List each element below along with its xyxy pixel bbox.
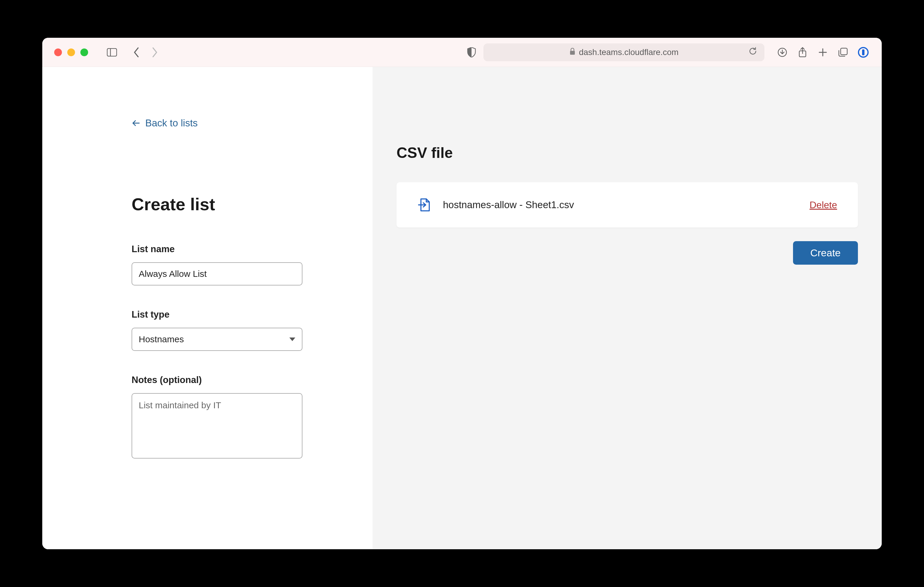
list-name-field: List name <box>132 244 302 286</box>
csv-section-title: CSV file <box>396 144 858 161</box>
url-bar[interactable]: dash.teams.cloudflare.com <box>483 43 764 61</box>
delete-file-link[interactable]: Delete <box>810 199 837 210</box>
downloads-button[interactable] <box>776 46 789 59</box>
back-to-lists-link[interactable]: Back to lists <box>132 117 198 129</box>
new-tab-button[interactable] <box>816 46 829 59</box>
list-name-label: List name <box>132 244 302 255</box>
svg-rect-9 <box>841 48 847 55</box>
file-card: hostnames-allow - Sheet1.csv Delete <box>396 182 858 227</box>
window-controls <box>54 48 88 56</box>
maximize-window-button[interactable] <box>80 48 88 56</box>
right-panel: CSV file hostnames-allow - Sheet1.csv De… <box>373 67 882 549</box>
notes-field: Notes (optional) <box>132 375 302 460</box>
notes-textarea[interactable] <box>132 393 302 459</box>
refresh-button[interactable] <box>748 47 757 58</box>
create-button[interactable]: Create <box>793 241 858 265</box>
nav-back-button[interactable] <box>130 46 143 59</box>
svg-rect-2 <box>570 51 575 55</box>
chevron-down-icon <box>289 337 295 341</box>
close-window-button[interactable] <box>54 48 62 56</box>
nav-forward-button[interactable] <box>148 46 161 59</box>
file-icon <box>417 198 432 212</box>
back-link-label: Back to lists <box>145 117 198 129</box>
url-text: dash.teams.cloudflare.com <box>579 48 679 57</box>
list-type-value: Hostnames <box>139 334 184 344</box>
list-type-select[interactable]: Hostnames <box>132 328 302 351</box>
onepassword-extension-icon[interactable] <box>857 46 870 59</box>
list-name-input[interactable] <box>132 262 302 286</box>
svg-rect-0 <box>107 48 117 56</box>
browser-window: dash.teams.cloudflare.com <box>42 38 882 549</box>
share-button[interactable] <box>796 46 809 59</box>
page-content: Back to lists Create list List name List… <box>42 67 882 549</box>
sidebar-toggle-button[interactable] <box>106 46 119 59</box>
list-type-field: List type Hostnames <box>132 309 302 351</box>
actions-row: Create <box>396 241 858 265</box>
tabs-overview-button[interactable] <box>837 46 850 59</box>
file-name: hostnames-allow - Sheet1.csv <box>443 199 799 210</box>
privacy-shield-icon[interactable] <box>465 46 478 59</box>
minimize-window-button[interactable] <box>67 48 75 56</box>
browser-titlebar: dash.teams.cloudflare.com <box>42 38 882 67</box>
arrow-left-icon <box>132 119 140 127</box>
lock-icon <box>569 48 576 57</box>
list-type-label: List type <box>132 309 302 320</box>
left-panel: Back to lists Create list List name List… <box>42 67 373 549</box>
notes-label: Notes (optional) <box>132 375 302 385</box>
page-title: Create list <box>132 194 302 214</box>
